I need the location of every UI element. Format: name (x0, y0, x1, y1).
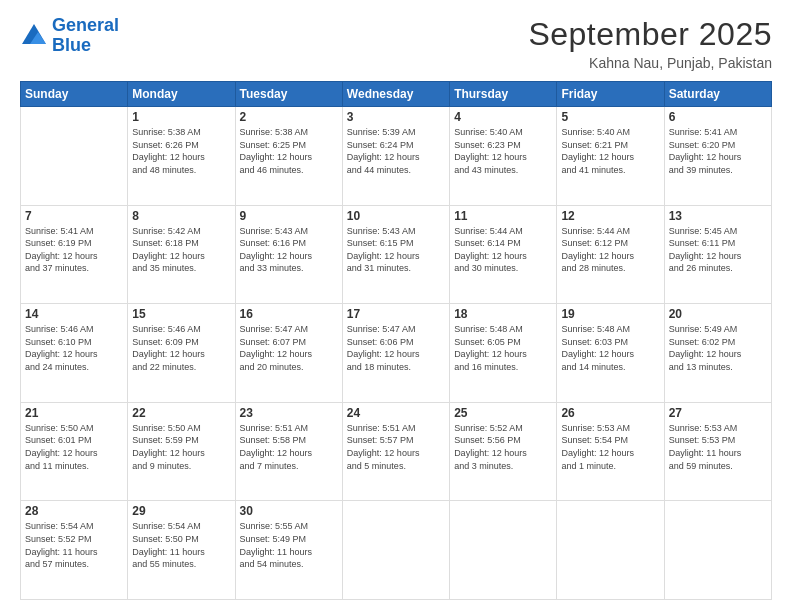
cell-info: Sunrise: 5:51 AM Sunset: 5:57 PM Dayligh… (347, 422, 445, 472)
calendar-cell: 2Sunrise: 5:38 AM Sunset: 6:25 PM Daylig… (235, 107, 342, 206)
day-number: 12 (561, 209, 659, 223)
day-number: 10 (347, 209, 445, 223)
week-row: 28Sunrise: 5:54 AM Sunset: 5:52 PM Dayli… (21, 501, 772, 600)
calendar-cell: 27Sunrise: 5:53 AM Sunset: 5:53 PM Dayli… (664, 402, 771, 501)
calendar-cell: 28Sunrise: 5:54 AM Sunset: 5:52 PM Dayli… (21, 501, 128, 600)
calendar-cell: 16Sunrise: 5:47 AM Sunset: 6:07 PM Dayli… (235, 304, 342, 403)
day-number: 26 (561, 406, 659, 420)
weekday-header: Tuesday (235, 82, 342, 107)
calendar-cell (664, 501, 771, 600)
calendar-cell: 22Sunrise: 5:50 AM Sunset: 5:59 PM Dayli… (128, 402, 235, 501)
cell-info: Sunrise: 5:47 AM Sunset: 6:06 PM Dayligh… (347, 323, 445, 373)
day-number: 20 (669, 307, 767, 321)
cell-info: Sunrise: 5:47 AM Sunset: 6:07 PM Dayligh… (240, 323, 338, 373)
day-number: 13 (669, 209, 767, 223)
logo-text: General Blue (52, 16, 119, 56)
calendar-cell: 13Sunrise: 5:45 AM Sunset: 6:11 PM Dayli… (664, 205, 771, 304)
cell-info: Sunrise: 5:39 AM Sunset: 6:24 PM Dayligh… (347, 126, 445, 176)
calendar-cell: 29Sunrise: 5:54 AM Sunset: 5:50 PM Dayli… (128, 501, 235, 600)
cell-info: Sunrise: 5:44 AM Sunset: 6:12 PM Dayligh… (561, 225, 659, 275)
calendar-table: SundayMondayTuesdayWednesdayThursdayFrid… (20, 81, 772, 600)
day-number: 7 (25, 209, 123, 223)
cell-info: Sunrise: 5:49 AM Sunset: 6:02 PM Dayligh… (669, 323, 767, 373)
cell-info: Sunrise: 5:40 AM Sunset: 6:23 PM Dayligh… (454, 126, 552, 176)
calendar-cell: 3Sunrise: 5:39 AM Sunset: 6:24 PM Daylig… (342, 107, 449, 206)
day-number: 24 (347, 406, 445, 420)
calendar-cell: 21Sunrise: 5:50 AM Sunset: 6:01 PM Dayli… (21, 402, 128, 501)
cell-info: Sunrise: 5:52 AM Sunset: 5:56 PM Dayligh… (454, 422, 552, 472)
weekday-header: Thursday (450, 82, 557, 107)
logo-line1: General (52, 15, 119, 35)
weekday-header: Wednesday (342, 82, 449, 107)
day-number: 15 (132, 307, 230, 321)
cell-info: Sunrise: 5:46 AM Sunset: 6:10 PM Dayligh… (25, 323, 123, 373)
calendar-cell: 23Sunrise: 5:51 AM Sunset: 5:58 PM Dayli… (235, 402, 342, 501)
calendar-cell (21, 107, 128, 206)
day-number: 5 (561, 110, 659, 124)
month-title: September 2025 (528, 16, 772, 53)
week-row: 7Sunrise: 5:41 AM Sunset: 6:19 PM Daylig… (21, 205, 772, 304)
cell-info: Sunrise: 5:41 AM Sunset: 6:19 PM Dayligh… (25, 225, 123, 275)
page: General Blue September 2025 Kahna Nau, P… (0, 0, 792, 612)
day-number: 22 (132, 406, 230, 420)
cell-info: Sunrise: 5:44 AM Sunset: 6:14 PM Dayligh… (454, 225, 552, 275)
calendar-cell: 1Sunrise: 5:38 AM Sunset: 6:26 PM Daylig… (128, 107, 235, 206)
cell-info: Sunrise: 5:48 AM Sunset: 6:03 PM Dayligh… (561, 323, 659, 373)
cell-info: Sunrise: 5:41 AM Sunset: 6:20 PM Dayligh… (669, 126, 767, 176)
day-number: 28 (25, 504, 123, 518)
header: General Blue September 2025 Kahna Nau, P… (20, 16, 772, 71)
calendar-cell: 15Sunrise: 5:46 AM Sunset: 6:09 PM Dayli… (128, 304, 235, 403)
logo: General Blue (20, 16, 119, 56)
calendar-cell (450, 501, 557, 600)
weekday-header: Saturday (664, 82, 771, 107)
calendar-cell: 7Sunrise: 5:41 AM Sunset: 6:19 PM Daylig… (21, 205, 128, 304)
day-number: 4 (454, 110, 552, 124)
day-number: 3 (347, 110, 445, 124)
cell-info: Sunrise: 5:48 AM Sunset: 6:05 PM Dayligh… (454, 323, 552, 373)
calendar-cell: 20Sunrise: 5:49 AM Sunset: 6:02 PM Dayli… (664, 304, 771, 403)
cell-info: Sunrise: 5:54 AM Sunset: 5:52 PM Dayligh… (25, 520, 123, 570)
cell-info: Sunrise: 5:51 AM Sunset: 5:58 PM Dayligh… (240, 422, 338, 472)
title-block: September 2025 Kahna Nau, Punjab, Pakist… (528, 16, 772, 71)
day-number: 29 (132, 504, 230, 518)
day-number: 11 (454, 209, 552, 223)
day-number: 16 (240, 307, 338, 321)
day-number: 30 (240, 504, 338, 518)
cell-info: Sunrise: 5:38 AM Sunset: 6:26 PM Dayligh… (132, 126, 230, 176)
cell-info: Sunrise: 5:53 AM Sunset: 5:53 PM Dayligh… (669, 422, 767, 472)
day-number: 9 (240, 209, 338, 223)
day-number: 17 (347, 307, 445, 321)
calendar-cell: 9Sunrise: 5:43 AM Sunset: 6:16 PM Daylig… (235, 205, 342, 304)
calendar-cell: 19Sunrise: 5:48 AM Sunset: 6:03 PM Dayli… (557, 304, 664, 403)
week-row: 14Sunrise: 5:46 AM Sunset: 6:10 PM Dayli… (21, 304, 772, 403)
calendar-cell: 12Sunrise: 5:44 AM Sunset: 6:12 PM Dayli… (557, 205, 664, 304)
calendar-cell: 18Sunrise: 5:48 AM Sunset: 6:05 PM Dayli… (450, 304, 557, 403)
week-row: 1Sunrise: 5:38 AM Sunset: 6:26 PM Daylig… (21, 107, 772, 206)
calendar-cell: 4Sunrise: 5:40 AM Sunset: 6:23 PM Daylig… (450, 107, 557, 206)
cell-info: Sunrise: 5:50 AM Sunset: 6:01 PM Dayligh… (25, 422, 123, 472)
calendar-cell: 26Sunrise: 5:53 AM Sunset: 5:54 PM Dayli… (557, 402, 664, 501)
week-row: 21Sunrise: 5:50 AM Sunset: 6:01 PM Dayli… (21, 402, 772, 501)
cell-info: Sunrise: 5:45 AM Sunset: 6:11 PM Dayligh… (669, 225, 767, 275)
calendar-cell: 6Sunrise: 5:41 AM Sunset: 6:20 PM Daylig… (664, 107, 771, 206)
day-number: 8 (132, 209, 230, 223)
calendar-cell: 17Sunrise: 5:47 AM Sunset: 6:06 PM Dayli… (342, 304, 449, 403)
cell-info: Sunrise: 5:50 AM Sunset: 5:59 PM Dayligh… (132, 422, 230, 472)
cell-info: Sunrise: 5:46 AM Sunset: 6:09 PM Dayligh… (132, 323, 230, 373)
calendar-cell: 24Sunrise: 5:51 AM Sunset: 5:57 PM Dayli… (342, 402, 449, 501)
cell-info: Sunrise: 5:43 AM Sunset: 6:16 PM Dayligh… (240, 225, 338, 275)
cell-info: Sunrise: 5:42 AM Sunset: 6:18 PM Dayligh… (132, 225, 230, 275)
calendar-cell: 30Sunrise: 5:55 AM Sunset: 5:49 PM Dayli… (235, 501, 342, 600)
calendar-cell: 5Sunrise: 5:40 AM Sunset: 6:21 PM Daylig… (557, 107, 664, 206)
calendar-header-row: SundayMondayTuesdayWednesdayThursdayFrid… (21, 82, 772, 107)
cell-info: Sunrise: 5:40 AM Sunset: 6:21 PM Dayligh… (561, 126, 659, 176)
logo-icon (20, 22, 48, 50)
calendar-cell: 14Sunrise: 5:46 AM Sunset: 6:10 PM Dayli… (21, 304, 128, 403)
day-number: 14 (25, 307, 123, 321)
day-number: 6 (669, 110, 767, 124)
day-number: 21 (25, 406, 123, 420)
day-number: 19 (561, 307, 659, 321)
calendar-cell (557, 501, 664, 600)
day-number: 1 (132, 110, 230, 124)
location-subtitle: Kahna Nau, Punjab, Pakistan (528, 55, 772, 71)
